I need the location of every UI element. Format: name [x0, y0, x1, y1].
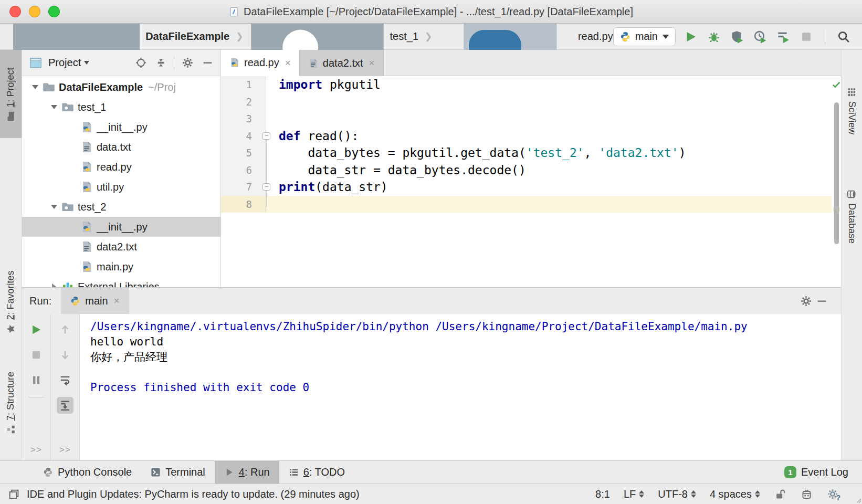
status-message: IDE and Plugin Updates: PyCharm is ready… — [27, 488, 360, 500]
tree-item-init-py[interactable]: __init__.py — [22, 217, 220, 237]
soft-wrap-button[interactable] — [57, 372, 73, 388]
hide-run-panel-button[interactable] — [814, 288, 829, 314]
updown-icon — [639, 490, 644, 498]
updown-icon — [691, 490, 696, 498]
tree-item-read-py[interactable]: read.py — [22, 157, 220, 177]
traffic-lights — [9, 6, 60, 17]
tool-window-button-4-run[interactable]: 4: Run — [215, 461, 279, 484]
scroll-to-end-button[interactable] — [57, 397, 73, 414]
project-panel: Project DataFileExample ~/Proj — [22, 50, 220, 287]
stripe-button-1-project[interactable]: 1: Project — [0, 50, 22, 138]
resize-grip[interactable] — [853, 495, 861, 503]
tree-item-test-2[interactable]: test_2 — [22, 197, 220, 217]
stripe-button-2-favorites[interactable]: 2: Favorites — [0, 249, 22, 354]
folder-icon — [43, 81, 55, 93]
tree-item-test-1[interactable]: test_1 — [22, 97, 220, 117]
tree-item-util-py[interactable]: util.py — [22, 177, 220, 197]
breadcrumb-separator: ❯ — [236, 31, 243, 42]
run-console[interactable]: /Users/kingname/.virtualenvs/ZhihuSpider… — [80, 314, 841, 460]
inspections-ok-icon — [832, 80, 840, 89]
code-line-5: 5 data_bytes = pkgutil.get_data('test_2'… — [221, 144, 841, 162]
stop-button[interactable] — [798, 29, 814, 45]
line-number: 5 — [221, 144, 266, 162]
profile-button[interactable] — [752, 29, 768, 45]
more-actions-button[interactable]: >> — [59, 445, 71, 455]
python-logo-icon — [620, 32, 630, 42]
more-actions-button[interactable]: >> — [30, 445, 42, 455]
chevron-down-icon[interactable] — [46, 205, 62, 209]
zoom-window-button[interactable] — [48, 6, 60, 17]
console-line: Process finished with exit code 0 — [90, 380, 841, 395]
stripe-button-database[interactable]: Database — [842, 161, 862, 271]
console-line: 你好，产品经理 — [90, 350, 841, 365]
python-console-icon — [43, 467, 53, 477]
indent-widget[interactable]: 4 spaces — [710, 488, 760, 500]
stripe-button-sciview[interactable]: SciView — [842, 69, 862, 153]
tree-item-main-py[interactable]: main.py — [22, 257, 220, 277]
run-with-options-button[interactable] — [775, 29, 791, 45]
line-number: 3 — [221, 110, 266, 128]
collapse-all-button[interactable] — [154, 56, 167, 70]
code-line-3: 3 — [221, 110, 841, 128]
run-settings-button[interactable] — [798, 288, 814, 314]
close-window-button[interactable] — [9, 6, 21, 17]
hide-panel-button[interactable] — [201, 56, 214, 70]
locate-file-button[interactable] — [134, 56, 148, 70]
pause-output-button[interactable] — [28, 372, 45, 388]
stripe-button-7-structure[interactable]: 7: Structure — [0, 346, 22, 459]
star-icon — [6, 324, 16, 333]
robot-face-icon[interactable] — [800, 488, 813, 500]
todo-list-icon — [289, 467, 299, 477]
editor-scrollbar-thumb[interactable] — [834, 102, 839, 244]
console-line — [90, 365, 841, 380]
panel-settings-button[interactable] — [181, 56, 194, 70]
encoding-widget[interactable]: UTF-8 — [658, 488, 696, 500]
run-configuration-select[interactable]: main — [613, 27, 676, 46]
status-bar: IDE and Plugin Updates: PyCharm is ready… — [0, 484, 862, 504]
fold-marker[interactable]: − — [262, 132, 270, 140]
rerun-button[interactable] — [28, 321, 45, 338]
caret-position-widget[interactable]: 8:1 — [595, 488, 610, 500]
python-file-icon — [229, 58, 239, 68]
next-occurrence-button[interactable] — [57, 346, 73, 363]
close-icon[interactable]: × — [114, 295, 120, 307]
tool-window-button-6-todo[interactable]: 6: TODO — [279, 461, 354, 484]
project-panel-title[interactable]: Project — [48, 57, 81, 69]
tool-window-button-terminal[interactable]: Terminal — [141, 461, 215, 484]
chevron-down-icon[interactable] — [46, 105, 62, 109]
close-icon[interactable]: × — [369, 57, 375, 69]
code-line-4: 4 def read(): — [221, 128, 841, 145]
chevron-down-icon[interactable] — [27, 85, 43, 89]
close-icon[interactable]: × — [285, 57, 291, 69]
event-log-button[interactable]: Event Log — [801, 466, 848, 478]
tree-item-external-libraries[interactable]: External Libraries — [22, 277, 220, 287]
tree-item-init-py[interactable]: __init__.py — [22, 117, 220, 137]
package-folder-icon — [62, 101, 73, 113]
tool-window-button-python-console[interactable]: Python Console — [34, 461, 141, 484]
right-tool-stripe: SciView Database — [841, 50, 862, 460]
chevron-right-icon[interactable] — [46, 284, 62, 287]
left-tool-stripe: 1: Project 2: Favorites 7: Structure — [0, 50, 22, 460]
fold-marker[interactable]: − — [262, 183, 270, 191]
line-ending-widget[interactable]: LF — [624, 488, 644, 500]
debug-button[interactable] — [706, 29, 722, 45]
minimize-window-button[interactable] — [29, 6, 40, 17]
unlock-icon[interactable] — [774, 488, 786, 500]
tree-item-datafileexample[interactable]: DataFileExample ~/Proj — [22, 77, 220, 97]
tree-item-data2-txt[interactable]: data2.txt — [22, 237, 220, 257]
project-folder-icon — [6, 111, 16, 121]
update-gear-icon[interactable]: ? — [826, 488, 839, 500]
run-tab-main[interactable]: main × — [61, 288, 129, 314]
run-toolbar-secondary: >> — [51, 314, 80, 460]
prev-occurrence-button[interactable] — [57, 321, 73, 338]
editor-tab-data2-txt[interactable]: data2.txt × — [300, 50, 384, 76]
run-button[interactable] — [683, 29, 699, 45]
text-file-icon — [81, 141, 92, 153]
search-everywhere-button[interactable] — [836, 29, 852, 45]
chevron-down-icon — [84, 61, 89, 65]
coverage-button[interactable] — [729, 29, 745, 45]
editor-content[interactable]: 1 import pkgutil 2 3 4 def read(): 5 dat… — [221, 76, 841, 287]
tree-item-data-txt[interactable]: data.txt — [22, 137, 220, 157]
stop-process-button[interactable] — [28, 346, 45, 363]
editor-tab-read-py[interactable]: read.py × — [221, 50, 300, 76]
